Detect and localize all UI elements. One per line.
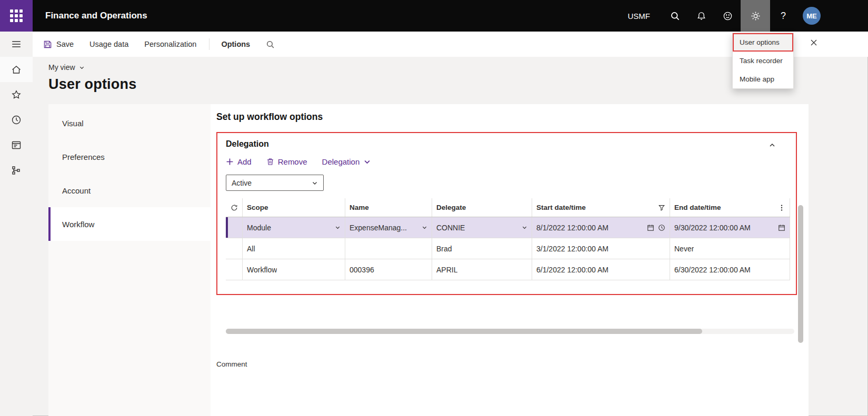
add-button[interactable]: Add (226, 157, 252, 166)
end-date-cell[interactable]: Never (670, 238, 790, 259)
help-button[interactable]: ? (770, 0, 796, 32)
gear-icon (751, 11, 761, 21)
view-selector[interactable]: My view (48, 63, 85, 72)
scope-value: All (247, 245, 255, 253)
chevron-down-icon (335, 225, 341, 230)
column-header-name[interactable]: Name (345, 198, 432, 217)
table-row-selected[interactable]: Module ExpenseManag... CONNIE (226, 217, 790, 238)
menu-item-user-options[interactable]: User options (733, 33, 793, 52)
personalization-label: Personalization (144, 40, 196, 48)
action-search-button[interactable] (266, 40, 275, 49)
tab-visual[interactable]: Visual (48, 106, 211, 140)
collapse-section-button[interactable] (769, 139, 787, 149)
end-date-cell[interactable]: 9/30/2022 12:00:00 AM (670, 217, 790, 238)
scope-column-label: Scope (247, 204, 268, 211)
horizontal-scrollbar[interactable] (226, 329, 794, 334)
scope-cell[interactable]: Workflow (243, 259, 345, 280)
row-selector-cell[interactable] (226, 238, 243, 259)
feedback-button[interactable] (714, 0, 741, 32)
delegate-value: Brad (436, 245, 452, 253)
settings-button[interactable] (741, 0, 770, 32)
calendar-icon[interactable] (647, 224, 654, 231)
table-row[interactable]: All Brad 3/1/2022 12:00:00 AM Never (226, 238, 790, 259)
scope-cell[interactable]: Module (243, 217, 345, 238)
delegate-cell[interactable]: APRIL (432, 259, 532, 280)
search-icon (670, 11, 680, 21)
delegate-cell[interactable]: CONNIE (432, 217, 532, 238)
row-selector-cell[interactable] (226, 259, 243, 280)
sidebar-item-favorites[interactable] (0, 82, 33, 107)
options-tab[interactable]: Options (221, 40, 250, 48)
page-content: My view User options Visual Preferences … (33, 57, 868, 416)
sidebar-item-modules[interactable] (0, 158, 33, 183)
sidebar-item-home[interactable] (0, 57, 33, 82)
delegation-title: Delegation (226, 139, 269, 149)
usage-data-button[interactable]: Usage data (89, 40, 128, 48)
remove-label: Remove (278, 157, 307, 166)
scope-value: Workflow (247, 266, 277, 274)
topbar-spacer (160, 0, 616, 32)
remove-button[interactable]: Remove (266, 157, 307, 166)
delegation-grid: Scope Name Delegate Start date/time (226, 198, 790, 280)
add-label: Add (237, 157, 252, 166)
settings-menu: User options Task recorder Mobile app (732, 33, 794, 89)
avatar[interactable]: ME (803, 7, 821, 25)
start-date-cell[interactable]: 8/1/2022 12:00:00 AM (532, 217, 670, 238)
sidebar-item-recent[interactable] (0, 107, 33, 133)
status-filter-select[interactable]: Active (226, 175, 324, 191)
start-date-cell[interactable]: 3/1/2022 12:00:00 AM (532, 238, 670, 259)
column-header-scope[interactable]: Scope (243, 198, 345, 217)
refresh-button[interactable] (226, 198, 243, 217)
name-cell[interactable] (345, 238, 432, 259)
tab-account-label: Account (62, 186, 91, 195)
grid-options-button[interactable] (775, 204, 785, 211)
tab-preferences-label: Preferences (62, 153, 105, 161)
hierarchy-icon (11, 165, 22, 176)
start-column-label: Start date/time (536, 204, 586, 211)
name-cell[interactable]: ExpenseManag... (345, 217, 432, 238)
time-picker-icon[interactable] (658, 224, 665, 231)
tab-workflow[interactable]: Workflow (48, 207, 211, 241)
filter-button[interactable] (655, 204, 665, 211)
start-date-cell[interactable]: 6/1/2022 12:00:00 AM (532, 259, 670, 280)
search-button[interactable] (662, 0, 688, 32)
app-title[interactable]: Finance and Operations (33, 0, 160, 32)
end-date-value: 9/30/2022 12:00:00 AM (674, 224, 751, 232)
menu-item-mobile-app[interactable]: Mobile app (733, 70, 793, 88)
row-selector-cell[interactable] (226, 217, 243, 238)
delegation-group-header: Delegation (226, 139, 787, 149)
horizontal-scrollbar-thumb[interactable] (226, 329, 702, 334)
bell-icon (696, 11, 706, 21)
delegate-cell[interactable]: Brad (432, 238, 532, 259)
action-bar-divider (209, 38, 209, 50)
column-header-end[interactable]: End date/time (670, 198, 790, 217)
name-value: 000396 (350, 266, 374, 274)
search-icon (266, 40, 275, 49)
table-row[interactable]: Workflow 000396 APRIL 6/1/2022 12:00:00 … (226, 259, 790, 280)
end-date-cell[interactable]: 6/30/2022 12:00:00 AM (670, 259, 790, 280)
usage-data-label: Usage data (89, 40, 128, 48)
tab-preferences[interactable]: Preferences (48, 140, 211, 174)
trash-icon (266, 158, 274, 166)
close-icon (810, 39, 817, 46)
vertical-scrollbar[interactable] (798, 205, 803, 343)
calendar-icon[interactable] (778, 224, 785, 231)
menu-item-task-recorder[interactable]: Task recorder (733, 52, 793, 70)
save-button[interactable]: Save (43, 40, 74, 49)
column-header-start[interactable]: Start date/time (532, 198, 670, 217)
expand-navigation-button[interactable] (0, 32, 33, 57)
personalization-button[interactable]: Personalization (144, 40, 196, 48)
scope-cell[interactable]: All (243, 238, 345, 259)
name-cell[interactable]: 000396 (345, 259, 432, 280)
delegation-toolbar: Add Remove Delegation (226, 157, 787, 166)
delegation-menu-button[interactable]: Delegation (322, 157, 372, 166)
close-button[interactable] (810, 39, 817, 46)
view-selector-label: My view (48, 63, 75, 72)
sidebar-item-workspaces[interactable] (0, 133, 33, 158)
star-icon (11, 89, 22, 100)
company-selector[interactable]: USMF (616, 0, 662, 32)
column-header-delegate[interactable]: Delegate (432, 198, 532, 217)
app-launcher-button[interactable] (0, 0, 33, 32)
tab-account[interactable]: Account (48, 174, 211, 207)
notifications-button[interactable] (688, 0, 714, 32)
